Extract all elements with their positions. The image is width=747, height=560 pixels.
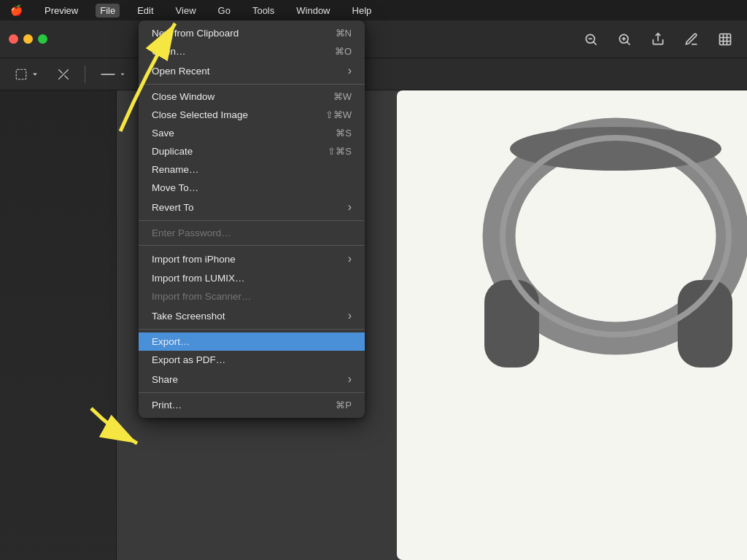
menu-item-label: Move To… [152, 182, 198, 193]
traffic-lights [9, 34, 47, 44]
menu-item-shortcut: ⌘W [333, 91, 352, 102]
toolbar-separator-1 [85, 66, 85, 83]
menu-item-label: Revert To [152, 202, 194, 213]
content-area [0, 90, 747, 560]
menu-item-duplicate[interactable]: Duplicate⇧⌘S [139, 142, 365, 160]
menu-item-revert-to[interactable]: Revert To› [139, 197, 365, 217]
toolbar2: Aa [0, 58, 747, 90]
menu-item-label: Close Selected Image [152, 109, 248, 120]
menu-separator [139, 392, 365, 393]
menu-item-import-from-lumix-[interactable]: Import from LUMIX… [139, 269, 365, 287]
menu-item-shortcut: › [348, 373, 352, 386]
menu-item-shortcut: ⌘O [335, 46, 352, 57]
file-menu-dropdown: New from Clipboard⌘NOpen…⌘OOpen Recent›C… [139, 20, 365, 418]
menu-item-shortcut: ⌘P [336, 400, 352, 411]
menu-item-close-selected-image[interactable]: Close Selected Image⇧⌘W [139, 106, 365, 124]
menu-separator [139, 84, 365, 85]
svg-line-1 [593, 42, 596, 44]
menubar-help[interactable]: Help [348, 4, 376, 18]
menu-item-label: Import from LUMIX… [152, 273, 245, 284]
lines-button[interactable] [94, 66, 132, 82]
menu-item-label: Enter Password… [152, 228, 231, 238]
menu-item-shortcut: ⌘S [336, 128, 352, 139]
apple-menu[interactable]: 🍎 [6, 3, 27, 18]
menubar: 🍎 Preview File Edit View Go Tools Window… [0, 0, 747, 20]
menu-item-label: Open Recent [152, 66, 210, 77]
zoom-in-button[interactable] [611, 29, 638, 50]
menu-separator [139, 220, 365, 221]
menu-item-label: Save [152, 128, 174, 139]
menu-item-shortcut: ⌘N [336, 28, 352, 39]
menu-item-take-screenshot[interactable]: Take Screenshot› [139, 306, 365, 326]
headphone-bg [397, 90, 747, 560]
menubar-go[interactable]: Go [214, 4, 235, 18]
menu-item-label: Print… [152, 400, 182, 411]
close-button[interactable] [9, 34, 18, 44]
menu-item-rename-[interactable]: Rename… [139, 160, 365, 179]
svg-rect-8 [720, 34, 731, 44]
sidebar [0, 90, 117, 560]
menu-item-label: Import from iPhone [152, 254, 236, 265]
menu-item-save[interactable]: Save⌘S [139, 124, 365, 142]
menu-item-import-from-scanner-: Import from Scanner… [139, 287, 365, 306]
menu-item-shortcut: › [348, 64, 352, 77]
svg-line-4 [627, 42, 630, 44]
svg-rect-9 [16, 69, 26, 79]
menubar-file[interactable]: File [96, 4, 120, 18]
menu-item-close-window[interactable]: Close Window⌘W [139, 88, 365, 106]
menu-item-shortcut: › [348, 309, 352, 322]
menu-item-label: Import from Scanner… [152, 291, 252, 302]
fit-window-button[interactable] [712, 29, 738, 50]
menu-item-shortcut: ⇧⌘W [325, 109, 352, 120]
menu-item-label: Rename… [152, 164, 199, 175]
minimize-button[interactable] [23, 34, 33, 44]
window-controls-bar [0, 20, 747, 58]
menubar-preview[interactable]: Preview [40, 4, 82, 18]
select-tool-button[interactable] [9, 66, 45, 83]
maximize-button[interactable] [38, 34, 47, 44]
menu-separator [139, 245, 365, 246]
menu-item-shortcut: › [348, 252, 352, 265]
menu-item-label: Duplicate [152, 146, 193, 157]
share-button[interactable] [645, 29, 671, 50]
svg-rect-12 [484, 280, 539, 368]
markup-button[interactable] [51, 66, 76, 83]
menu-item-move-to-[interactable]: Move To… [139, 179, 365, 197]
menu-item-shortcut: ⇧⌘S [328, 146, 352, 157]
menubar-edit[interactable]: Edit [133, 4, 158, 18]
menu-item-export-[interactable]: Export… [139, 332, 365, 351]
menu-item-shortcut: › [348, 201, 352, 214]
menu-item-label: New from Clipboard [152, 28, 239, 39]
menu-item-label: Export as PDF… [152, 354, 225, 365]
menu-item-share[interactable]: Share› [139, 369, 365, 389]
menu-item-import-from-iphone[interactable]: Import from iPhone› [139, 249, 365, 269]
menu-item-label: Take Screenshot [152, 311, 225, 322]
menubar-tools[interactable]: Tools [248, 4, 279, 18]
menu-item-label: Export… [152, 336, 190, 347]
menu-item-open-[interactable]: Open…⌘O [139, 42, 365, 61]
menu-item-label: Share [152, 374, 178, 385]
menubar-view[interactable]: View [171, 4, 201, 18]
menu-item-label: Close Window [152, 91, 214, 102]
menubar-window[interactable]: Window [292, 4, 334, 18]
menu-separator [139, 329, 365, 330]
annotate-button[interactable] [678, 29, 705, 50]
menu-item-new-from-clipboard[interactable]: New from Clipboard⌘N [139, 24, 365, 42]
menu-item-export-as-pdf-[interactable]: Export as PDF… [139, 351, 365, 369]
menu-item-open-recent[interactable]: Open Recent› [139, 61, 365, 81]
menu-item-label: Open… [152, 46, 186, 57]
menu-item-enter-password-: Enter Password… [139, 224, 365, 242]
zoom-out-button[interactable] [578, 29, 604, 50]
menu-item-print-[interactable]: Print…⌘P [139, 396, 365, 414]
